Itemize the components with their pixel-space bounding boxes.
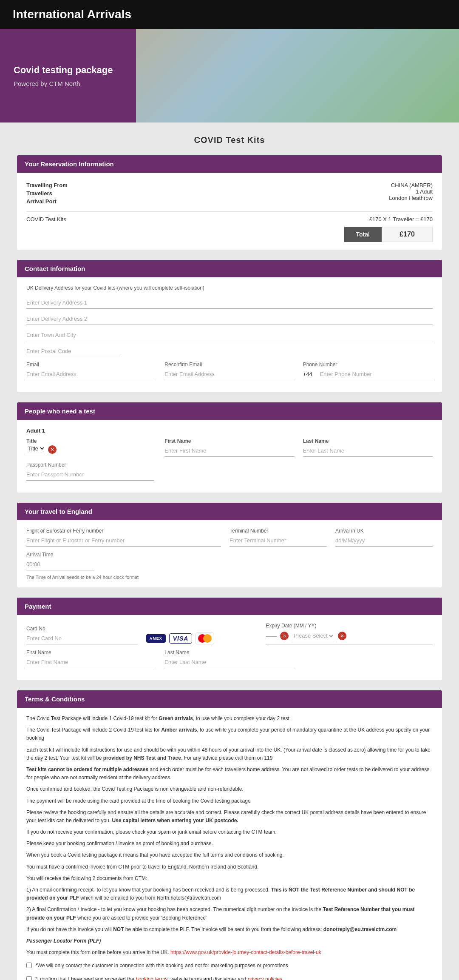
title-row: Title Mr Mrs Ms Dr ✕ [26, 445, 156, 454]
terms-para-11: You must have a confirmed invoice from C… [26, 863, 433, 871]
terminal-input[interactable] [230, 535, 327, 547]
flight-input[interactable] [26, 535, 221, 547]
booking-terms-link[interactable]: booking terms [136, 976, 167, 980]
payment-spacer [303, 650, 433, 668]
terms-para-12: You will receive the following 2 documen… [26, 875, 433, 883]
travellers-row: Travellers [26, 190, 68, 197]
email-phone-row: Email Reconfirm Email Phone Number +44 [26, 362, 433, 385]
terms-para-2: The Covid Test Package will include 2 Co… [26, 726, 433, 742]
last-name-col: Last Name [303, 438, 433, 457]
payment-last-name-group: Last Name [164, 650, 294, 668]
payment-first-name-input[interactable] [26, 656, 156, 668]
postal-code-input[interactable] [26, 345, 120, 357]
terms-para-8: If you do not receive your confirmation,… [26, 828, 433, 836]
payment-last-name-label: Last Name [164, 650, 294, 655]
title-select[interactable]: Title Mr Mrs Ms Dr [26, 445, 45, 452]
payment-name-row: First Name Last Name [26, 650, 433, 672]
checkbox2-end: . [282, 976, 283, 980]
people-name-row: Title Title Mr Mrs Ms Dr ✕ [26, 438, 433, 457]
payment-section: Payment Card No. AMEX VISA [17, 598, 442, 680]
expiry-remove-button[interactable]: ✕ [280, 632, 289, 640]
total-row: Total £170 [26, 227, 433, 242]
travel-body: Flight or Eurostar or Ferry number Termi… [17, 520, 442, 587]
passport-label: Passport Number [26, 462, 154, 468]
flight-label: Flight or Eurostar or Ferry number [26, 528, 221, 534]
hero-subtitle: Powered by CTM North [14, 80, 122, 87]
checkbox2-text: *I confirm that I have read and accepted… [35, 975, 283, 980]
travellers-value: 1 Adult [389, 188, 433, 195]
checkbox2-pre: *I confirm that I have read and accepted… [35, 976, 136, 980]
contact-note: UK Delivery Address for your Covid kits-… [26, 285, 433, 291]
passport-input[interactable] [26, 469, 154, 481]
terms-para-13: 1) An email confirming receipt- to let y… [26, 886, 433, 902]
remove-person-button[interactable]: ✕ [48, 445, 57, 454]
arrival-time-input[interactable] [26, 558, 94, 570]
last-name-input[interactable] [303, 445, 433, 457]
town-city-input[interactable] [26, 329, 433, 341]
travelling-from-value: CHINA (AMBER) [389, 182, 433, 188]
checkbox1-label: *We will only contact the customer in co… [35, 962, 288, 970]
terms-para-3: Each test kit will include full instruct… [26, 746, 433, 762]
email-input[interactable] [26, 368, 156, 380]
terms-para-14: 2) A final Confirmation / Invoice - to l… [26, 906, 433, 922]
arrival-port-row: Arrival Port [26, 198, 68, 205]
phone-label: Phone Number [303, 362, 433, 368]
passport-group: Passport Number [26, 462, 154, 481]
arrival-port-value: London Heathrow [389, 195, 433, 201]
reconfirm-email-label: Reconfirm Email [164, 362, 294, 368]
card-no-label: Card No. [26, 626, 138, 632]
plf-link[interactable]: https://www.gov.uk/provide-journey-conta… [170, 949, 321, 955]
expiry-remove-button-2[interactable]: ✕ [338, 632, 346, 640]
privacy-policies-link[interactable]: privacy policies [248, 976, 282, 980]
payment-body: Card No. AMEX VISA Expiry Date (MM / YY) [17, 615, 442, 680]
checkbox2[interactable] [26, 976, 32, 980]
arrival-uk-input[interactable] [335, 535, 433, 547]
contact-section: Contact Information UK Delivery Address … [17, 260, 442, 392]
checkbox2-mid: , website terms and disclaimer and [168, 976, 248, 980]
page-title: COVID Test Kits [17, 135, 442, 145]
people-header: People who need a test [17, 402, 442, 420]
checkbox2-row: *I confirm that I have read and accepted… [26, 975, 433, 980]
reservation-header: Your Reservation Information [17, 155, 442, 173]
terminal-label: Terminal Number [230, 528, 327, 534]
email-group: Email [26, 362, 156, 380]
arrival-time-label: Arrival Time [26, 552, 94, 558]
kit-price: £170 X 1 Traveller = £170 [369, 216, 433, 222]
expiry-select[interactable]: Please Select [292, 630, 334, 642]
reconfirm-email-input[interactable] [164, 368, 294, 380]
address2-group [26, 313, 433, 325]
travel-section: Your travel to England Flight or Eurosta… [17, 503, 442, 587]
hero-title: Covid testing package [14, 65, 122, 76]
travelling-from-row: Travelling From [26, 182, 68, 188]
terms-para-9: Please keep your booking confirmation / … [26, 840, 433, 848]
header-title: International Arrivals [13, 8, 131, 21]
app-header: International Arrivals [0, 0, 459, 29]
mastercard-icon [196, 632, 214, 644]
address1-input[interactable] [26, 297, 433, 309]
first-name-label: First Name [164, 438, 294, 444]
phone-input[interactable] [320, 368, 433, 380]
total-button[interactable]: Total [344, 227, 382, 242]
arrival-uk-col: Arrival in UK [335, 528, 433, 547]
card-no-input[interactable] [26, 632, 138, 644]
amex-icon: AMEX [146, 634, 166, 643]
terms-para-5: Once confirmed and booked, the Covid Tes… [26, 785, 433, 793]
arrival-uk-label: Arrival in UK [335, 528, 433, 534]
card-icons-col: AMEX VISA [146, 632, 258, 644]
terms-para-10: When you book a Covid testing package it… [26, 851, 433, 859]
address2-input[interactable] [26, 313, 433, 325]
payment-header: Payment [17, 598, 442, 615]
title-select-wrapper: Title Mr Mrs Ms Dr [26, 445, 45, 454]
payment-last-name-input[interactable] [164, 656, 294, 668]
contact-header: Contact Information [17, 260, 442, 277]
checkbox1-row: *We will only contact the customer in co… [26, 962, 433, 970]
terms-header: Terms & Conditions [17, 690, 442, 708]
terminal-col: Terminal Number [230, 528, 327, 547]
expiry-row: —— ✕ Please Select ✕ [266, 630, 433, 644]
email-label: Email [26, 362, 156, 368]
first-name-input[interactable] [164, 445, 294, 457]
contact-body: UK Delivery Address for your Covid kits-… [17, 277, 442, 392]
checkbox1[interactable] [26, 963, 32, 968]
card-icons: AMEX VISA [146, 632, 215, 644]
arrival-port-label: Arrival Port [26, 198, 57, 205]
